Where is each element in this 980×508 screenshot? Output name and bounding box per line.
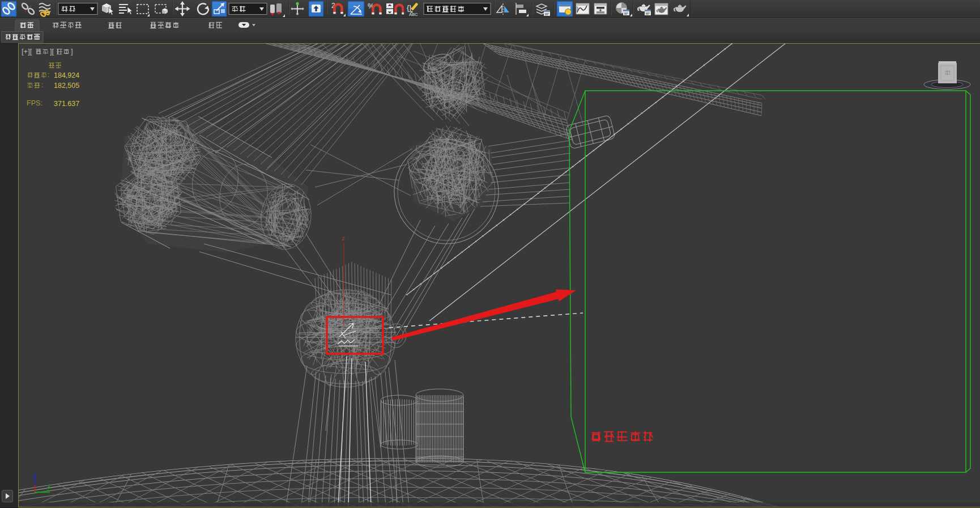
- svg-text:][: ][: [50, 47, 54, 56]
- svg-text:[+][: [+][: [22, 47, 32, 56]
- svg-text:{}: {}: [407, 3, 412, 12]
- svg-text:FPS:: FPS:: [27, 99, 42, 107]
- svg-text:]: ]: [71, 47, 73, 56]
- svg-text::: :: [41, 81, 43, 89]
- svg-text::: :: [48, 71, 49, 79]
- svg-text:182,505: 182,505: [54, 82, 79, 90]
- svg-text:Z: Z: [342, 236, 345, 242]
- svg-text:184,924: 184,924: [54, 71, 79, 79]
- svg-text:ABC: ABC: [409, 12, 418, 17]
- svg-text:371.637: 371.637: [54, 100, 79, 108]
